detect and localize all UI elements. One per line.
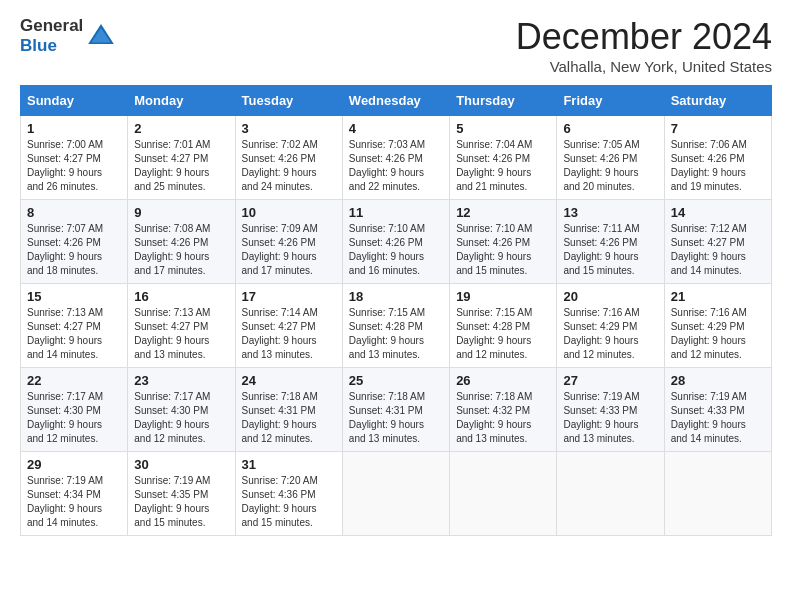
day-info: Sunrise: 7:10 AMSunset: 4:26 PMDaylight:… (349, 222, 443, 278)
day-number: 31 (242, 457, 336, 472)
logo: General Blue (20, 16, 117, 55)
day-number: 22 (27, 373, 121, 388)
day-number: 10 (242, 205, 336, 220)
calendar-cell: 28Sunrise: 7:19 AMSunset: 4:33 PMDayligh… (664, 368, 771, 452)
day-info: Sunrise: 7:06 AMSunset: 4:26 PMDaylight:… (671, 138, 765, 194)
day-info: Sunrise: 7:19 AMSunset: 4:35 PMDaylight:… (134, 474, 228, 530)
day-info: Sunrise: 7:01 AMSunset: 4:27 PMDaylight:… (134, 138, 228, 194)
header: General Blue December 2024 Valhalla, New… (20, 16, 772, 75)
calendar-week-1: 1Sunrise: 7:00 AMSunset: 4:27 PMDaylight… (21, 116, 772, 200)
logo-blue: Blue (20, 36, 83, 56)
day-number: 18 (349, 289, 443, 304)
calendar-cell: 30Sunrise: 7:19 AMSunset: 4:35 PMDayligh… (128, 452, 235, 536)
day-number: 11 (349, 205, 443, 220)
calendar-cell: 31Sunrise: 7:20 AMSunset: 4:36 PMDayligh… (235, 452, 342, 536)
day-info: Sunrise: 7:19 AMSunset: 4:34 PMDaylight:… (27, 474, 121, 530)
day-number: 30 (134, 457, 228, 472)
calendar-cell (450, 452, 557, 536)
calendar-cell: 12Sunrise: 7:10 AMSunset: 4:26 PMDayligh… (450, 200, 557, 284)
calendar-cell: 24Sunrise: 7:18 AMSunset: 4:31 PMDayligh… (235, 368, 342, 452)
calendar-cell: 4Sunrise: 7:03 AMSunset: 4:26 PMDaylight… (342, 116, 449, 200)
day-of-week-wednesday: Wednesday (342, 86, 449, 116)
day-info: Sunrise: 7:02 AMSunset: 4:26 PMDaylight:… (242, 138, 336, 194)
day-number: 21 (671, 289, 765, 304)
calendar-cell: 20Sunrise: 7:16 AMSunset: 4:29 PMDayligh… (557, 284, 664, 368)
calendar-cell: 10Sunrise: 7:09 AMSunset: 4:26 PMDayligh… (235, 200, 342, 284)
day-number: 8 (27, 205, 121, 220)
day-info: Sunrise: 7:04 AMSunset: 4:26 PMDaylight:… (456, 138, 550, 194)
day-number: 20 (563, 289, 657, 304)
day-info: Sunrise: 7:17 AMSunset: 4:30 PMDaylight:… (27, 390, 121, 446)
calendar-cell: 17Sunrise: 7:14 AMSunset: 4:27 PMDayligh… (235, 284, 342, 368)
calendar-cell (342, 452, 449, 536)
day-number: 6 (563, 121, 657, 136)
calendar-week-4: 22Sunrise: 7:17 AMSunset: 4:30 PMDayligh… (21, 368, 772, 452)
day-number: 15 (27, 289, 121, 304)
calendar-cell: 11Sunrise: 7:10 AMSunset: 4:26 PMDayligh… (342, 200, 449, 284)
day-info: Sunrise: 7:13 AMSunset: 4:27 PMDaylight:… (27, 306, 121, 362)
day-info: Sunrise: 7:14 AMSunset: 4:27 PMDaylight:… (242, 306, 336, 362)
calendar-cell: 21Sunrise: 7:16 AMSunset: 4:29 PMDayligh… (664, 284, 771, 368)
calendar-cell: 29Sunrise: 7:19 AMSunset: 4:34 PMDayligh… (21, 452, 128, 536)
calendar-header-row: SundayMondayTuesdayWednesdayThursdayFrid… (21, 86, 772, 116)
calendar-cell: 7Sunrise: 7:06 AMSunset: 4:26 PMDaylight… (664, 116, 771, 200)
day-info: Sunrise: 7:05 AMSunset: 4:26 PMDaylight:… (563, 138, 657, 194)
day-info: Sunrise: 7:18 AMSunset: 4:31 PMDaylight:… (242, 390, 336, 446)
calendar-cell: 13Sunrise: 7:11 AMSunset: 4:26 PMDayligh… (557, 200, 664, 284)
location: Valhalla, New York, United States (516, 58, 772, 75)
day-info: Sunrise: 7:18 AMSunset: 4:31 PMDaylight:… (349, 390, 443, 446)
day-info: Sunrise: 7:03 AMSunset: 4:26 PMDaylight:… (349, 138, 443, 194)
title-area: December 2024 Valhalla, New York, United… (516, 16, 772, 75)
day-of-week-friday: Friday (557, 86, 664, 116)
day-of-week-thursday: Thursday (450, 86, 557, 116)
day-number: 5 (456, 121, 550, 136)
day-number: 28 (671, 373, 765, 388)
day-info: Sunrise: 7:12 AMSunset: 4:27 PMDaylight:… (671, 222, 765, 278)
day-number: 26 (456, 373, 550, 388)
day-number: 14 (671, 205, 765, 220)
day-number: 4 (349, 121, 443, 136)
calendar-cell: 5Sunrise: 7:04 AMSunset: 4:26 PMDaylight… (450, 116, 557, 200)
day-of-week-tuesday: Tuesday (235, 86, 342, 116)
day-number: 24 (242, 373, 336, 388)
day-number: 23 (134, 373, 228, 388)
day-info: Sunrise: 7:15 AMSunset: 4:28 PMDaylight:… (349, 306, 443, 362)
day-info: Sunrise: 7:09 AMSunset: 4:26 PMDaylight:… (242, 222, 336, 278)
day-number: 1 (27, 121, 121, 136)
calendar-cell: 14Sunrise: 7:12 AMSunset: 4:27 PMDayligh… (664, 200, 771, 284)
day-number: 9 (134, 205, 228, 220)
calendar-cell: 18Sunrise: 7:15 AMSunset: 4:28 PMDayligh… (342, 284, 449, 368)
calendar-week-5: 29Sunrise: 7:19 AMSunset: 4:34 PMDayligh… (21, 452, 772, 536)
day-number: 7 (671, 121, 765, 136)
calendar-cell: 15Sunrise: 7:13 AMSunset: 4:27 PMDayligh… (21, 284, 128, 368)
calendar-cell (664, 452, 771, 536)
day-number: 13 (563, 205, 657, 220)
calendar-cell: 8Sunrise: 7:07 AMSunset: 4:26 PMDaylight… (21, 200, 128, 284)
day-of-week-saturday: Saturday (664, 86, 771, 116)
day-of-week-monday: Monday (128, 86, 235, 116)
calendar-cell: 26Sunrise: 7:18 AMSunset: 4:32 PMDayligh… (450, 368, 557, 452)
day-info: Sunrise: 7:10 AMSunset: 4:26 PMDaylight:… (456, 222, 550, 278)
day-info: Sunrise: 7:08 AMSunset: 4:26 PMDaylight:… (134, 222, 228, 278)
day-number: 16 (134, 289, 228, 304)
calendar-cell (557, 452, 664, 536)
day-info: Sunrise: 7:19 AMSunset: 4:33 PMDaylight:… (671, 390, 765, 446)
logo-general: General (20, 16, 83, 36)
day-number: 3 (242, 121, 336, 136)
day-info: Sunrise: 7:13 AMSunset: 4:27 PMDaylight:… (134, 306, 228, 362)
calendar-cell: 3Sunrise: 7:02 AMSunset: 4:26 PMDaylight… (235, 116, 342, 200)
month-title: December 2024 (516, 16, 772, 58)
calendar-cell: 1Sunrise: 7:00 AMSunset: 4:27 PMDaylight… (21, 116, 128, 200)
calendar-cell: 9Sunrise: 7:08 AMSunset: 4:26 PMDaylight… (128, 200, 235, 284)
day-number: 19 (456, 289, 550, 304)
calendar-cell: 19Sunrise: 7:15 AMSunset: 4:28 PMDayligh… (450, 284, 557, 368)
day-info: Sunrise: 7:11 AMSunset: 4:26 PMDaylight:… (563, 222, 657, 278)
day-number: 25 (349, 373, 443, 388)
logo-icon (85, 20, 117, 52)
day-info: Sunrise: 7:16 AMSunset: 4:29 PMDaylight:… (563, 306, 657, 362)
day-number: 2 (134, 121, 228, 136)
day-of-week-sunday: Sunday (21, 86, 128, 116)
day-info: Sunrise: 7:16 AMSunset: 4:29 PMDaylight:… (671, 306, 765, 362)
day-info: Sunrise: 7:19 AMSunset: 4:33 PMDaylight:… (563, 390, 657, 446)
calendar-week-2: 8Sunrise: 7:07 AMSunset: 4:26 PMDaylight… (21, 200, 772, 284)
